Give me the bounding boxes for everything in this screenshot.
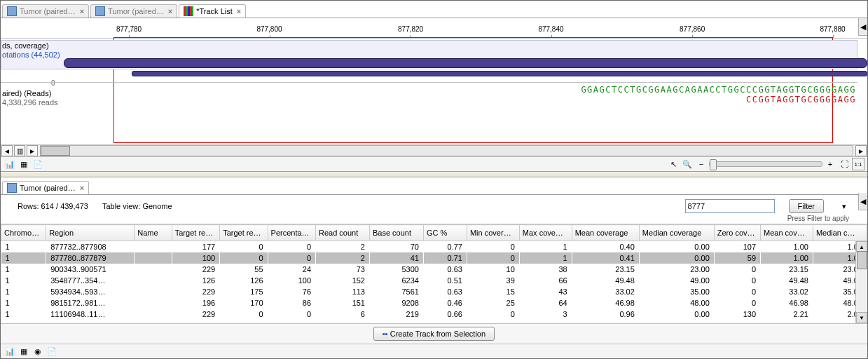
close-icon[interactable]: × bbox=[168, 7, 172, 15]
table-cell: 219 bbox=[369, 309, 423, 320]
table-cell: 107 bbox=[714, 241, 760, 253]
column-header[interactable]: Zero cov… bbox=[714, 225, 760, 241]
table-cell: 46.98 bbox=[761, 297, 813, 309]
column-header[interactable]: Target re… bbox=[172, 225, 219, 241]
ruler-tick: 877,860 bbox=[680, 25, 705, 33]
nav-marker-icon[interactable]: ▥ bbox=[14, 145, 25, 156]
filter-button[interactable]: Filter bbox=[789, 199, 824, 213]
table-cell: 130 bbox=[714, 309, 760, 320]
column-header[interactable]: Mean coverage bbox=[572, 225, 639, 241]
ruler-tick: 877,780 bbox=[116, 25, 142, 33]
column-header[interactable]: Chromoso… bbox=[1, 225, 46, 241]
tab-label: *Track List bbox=[196, 7, 233, 15]
table-body: 1877732..877908177002700.77010.400.00107… bbox=[1, 241, 867, 320]
table-row[interactable]: 13548777..354…12612610015262340.51396649… bbox=[1, 275, 867, 286]
pane-divider[interactable] bbox=[1, 172, 867, 177]
table-view-label: Table view: Genome bbox=[102, 202, 172, 210]
column-header[interactable]: Median coverage bbox=[639, 225, 714, 241]
column-header[interactable]: Min cover… bbox=[467, 225, 519, 241]
table-cell: 0.00 bbox=[639, 241, 714, 253]
table-row[interactable]: 1900343..90057122955247353000.63103823.1… bbox=[1, 264, 867, 275]
column-header[interactable]: GC % bbox=[423, 225, 467, 241]
track-hscrollbar[interactable] bbox=[40, 145, 853, 156]
table-icon bbox=[7, 183, 17, 193]
lower-toolbar: 📊 ▦ ◉ 📄 bbox=[1, 344, 867, 358]
view-report-icon[interactable]: 📄 bbox=[46, 345, 58, 358]
column-header[interactable]: Median c… bbox=[813, 225, 867, 241]
column-header[interactable]: Base count bbox=[369, 225, 423, 241]
tab-tumor-2[interactable]: Tumor (paired… × bbox=[90, 4, 177, 18]
tracks-area[interactable]: ds, coverage) otations (44,502) 0 aired)… bbox=[1, 39, 867, 144]
tab-track-list[interactable]: *Track List × bbox=[179, 4, 246, 18]
table-row[interactable]: 111106948..11…2290062190.66030.960.00130… bbox=[1, 309, 867, 320]
view-track-icon[interactable]: 📊 bbox=[4, 345, 16, 358]
track-hscroll-row: ◄ ▥ ► ► bbox=[1, 144, 867, 156]
view-circular-icon[interactable]: ◉ bbox=[32, 345, 44, 358]
scroll-right-end-button[interactable]: ► bbox=[855, 145, 867, 156]
table-cell: 64 bbox=[519, 297, 572, 309]
table-row[interactable]: 1877780..877879100002410.71010.410.00591… bbox=[1, 252, 867, 264]
scroll-down-button[interactable]: ▼ bbox=[856, 312, 867, 323]
column-header[interactable]: Target re… bbox=[220, 225, 268, 241]
table-vscrollbar[interactable]: ▲ ▼ bbox=[855, 241, 867, 323]
view-table-icon[interactable]: ▦ bbox=[18, 158, 30, 170]
table-cell: 126 bbox=[220, 275, 268, 286]
table-cell: 76 bbox=[268, 286, 315, 297]
sequence-reverse: CCGGTAGGTGCGGGGAGG bbox=[746, 95, 856, 104]
table-cell: 41 bbox=[369, 252, 423, 264]
view-table-icon[interactable]: ▦ bbox=[18, 345, 30, 358]
column-header[interactable]: Max cove… bbox=[519, 225, 572, 241]
close-icon[interactable]: × bbox=[80, 184, 84, 192]
close-icon[interactable]: × bbox=[237, 7, 241, 15]
column-header[interactable]: Mean cov… bbox=[761, 225, 813, 241]
view-track-icon[interactable]: 📊 bbox=[4, 158, 16, 170]
column-header[interactable]: Percenta… bbox=[268, 225, 315, 241]
reads-track-label: aired) (Reads) 4,338,296 reads bbox=[2, 89, 58, 107]
zoom-out-button[interactable]: − bbox=[695, 158, 708, 170]
table-icon bbox=[95, 6, 105, 16]
column-header[interactable]: Name bbox=[135, 225, 172, 241]
create-track-button[interactable]: ▪▪ Create Track from Selection bbox=[373, 327, 495, 341]
table-cell: 177 bbox=[172, 241, 219, 253]
scrollbar-thumb[interactable] bbox=[41, 146, 70, 156]
table-cell bbox=[135, 252, 172, 264]
table-cell: 38 bbox=[519, 264, 572, 275]
cursor-tool-icon[interactable]: ↖ bbox=[667, 158, 680, 170]
collapse-side-panel-icon[interactable]: ◀ bbox=[858, 193, 867, 210]
track-toolbar: 📊 ▦ 📄 ↖ 🔍 − + ⛶ 1:1 bbox=[1, 156, 867, 171]
zoom-slider[interactable] bbox=[709, 161, 822, 167]
table-cell: 0.41 bbox=[572, 252, 639, 264]
table-cell: 33.02 bbox=[572, 286, 639, 297]
table-cell: 0 bbox=[220, 241, 268, 253]
column-header[interactable]: Read count bbox=[316, 225, 370, 241]
table-cell: 0 bbox=[467, 252, 519, 264]
table-row[interactable]: 1877732..877908177002700.77010.400.00107… bbox=[1, 241, 867, 253]
table-icon bbox=[7, 6, 17, 16]
close-icon[interactable]: × bbox=[80, 7, 84, 15]
table-cell: 2 bbox=[316, 252, 370, 264]
zoom-tool-icon[interactable]: 🔍 bbox=[681, 158, 694, 170]
table-cell: 0.00 bbox=[639, 309, 714, 320]
zoom-fit-button[interactable]: ⛶ bbox=[838, 158, 850, 170]
table-cell: 0 bbox=[714, 264, 760, 275]
filter-options-chevron-icon[interactable]: ▾ bbox=[838, 200, 850, 212]
view-report-icon[interactable]: 📄 bbox=[32, 158, 44, 170]
scroll-left-button[interactable]: ◄ bbox=[1, 145, 13, 156]
table-cell: 0 bbox=[268, 241, 315, 253]
scrollbar-thumb[interactable] bbox=[857, 251, 867, 269]
table-row[interactable]: 15934934..593…2291757611375610.63154333.… bbox=[1, 286, 867, 297]
coverage-bar-upper bbox=[64, 58, 867, 68]
zoom-1to1-button[interactable]: 1:1 bbox=[852, 158, 864, 170]
table-row[interactable]: 19815172..981…1961708615192080.46256446.… bbox=[1, 297, 867, 309]
coverage-table: Chromoso…RegionNameTarget re…Target re…P… bbox=[1, 224, 867, 320]
table-cell bbox=[135, 286, 172, 297]
table-cell: 0.40 bbox=[572, 241, 639, 253]
slider-knob[interactable] bbox=[710, 159, 717, 170]
scroll-right-button[interactable]: ► bbox=[27, 145, 38, 156]
tab-tumor-1[interactable]: Tumor (paired… × bbox=[2, 4, 89, 18]
filter-input[interactable] bbox=[685, 199, 775, 213]
table-cell: 1 bbox=[1, 252, 46, 264]
tab-tumor-table[interactable]: Tumor (paired… × bbox=[2, 181, 89, 194]
column-header[interactable]: Region bbox=[46, 225, 135, 241]
zoom-in-button[interactable]: + bbox=[824, 158, 836, 170]
